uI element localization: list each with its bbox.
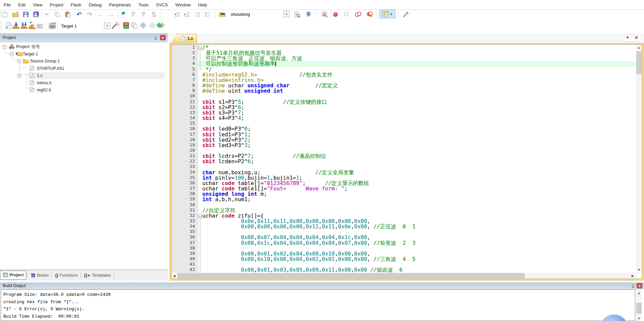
code-line-22: sbit lcden=P2^6; [202,159,416,164]
configuration-icon[interactable] [402,10,410,18]
target-select-combo[interactable]: Target 1 [61,24,77,29]
save-icon[interactable] [22,10,30,18]
output-vscroll-thumb[interactable] [636,303,642,314]
output-vscroll-up-icon[interactable]: ▲ [636,290,642,295]
editor-hscroll-right-icon[interactable]: ▶ [630,273,636,279]
find-text-icon[interactable] [293,10,301,18]
menu-help[interactable]: Help [195,0,211,9]
code-line-42: 0x00,0x01,0x03,0x05,0x09,0x11,0x00,0x00 … [202,267,416,273]
menu-project[interactable]: Project [46,0,67,9]
tree-item-1-c[interactable]: 1.c [37,72,43,79]
code-line-19: sbit led3=P3^3; [202,143,416,148]
menu-peripherals[interactable]: Peripherals [105,0,135,9]
bookmark-prev-icon[interactable] [129,10,138,18]
editor-code-area[interactable]: /* 基于51单片机的低频信号发生器 可以产生三角波、正弦波、锯齿波、方波 可以… [198,45,636,273]
menu-debug[interactable]: Debug [85,0,105,9]
pin-icon[interactable]: ⊥ [153,35,158,40]
panel-tab-books[interactable]: Books [28,271,51,280]
expander-project-[interactable] [3,45,6,49]
manage-project-items-icon[interactable] [130,21,139,30]
fold-line-1 [200,50,200,69]
build-close-icon[interactable]: x [637,283,642,288]
code-line-40: 0x00,0x10,0x08,0x04,0x02,0x01,0x00,0x00,… [202,257,416,262]
insert-breakpoint-icon[interactable] [331,10,339,18]
search-combo[interactable]: shoudong [231,12,250,17]
code-line-9: #define uint unsigned int [202,88,416,94]
tree-item-target-1[interactable]: Target 1 [23,50,38,57]
indent-icon[interactable] [183,10,191,18]
enable-disable-breakpoint-icon[interactable] [342,10,350,18]
menu-tools[interactable]: Tools [135,0,152,9]
load-flash-icon[interactable]: LOAD [48,21,57,30]
save-all-icon[interactable] [32,10,40,18]
stop-build-icon[interactable] [35,21,44,30]
kill-all-breakpoints-icon[interactable] [366,10,374,18]
analysis-windows-button[interactable]: ▼ [379,10,395,18]
search-combo-dropdown-icon[interactable]: ▾ [283,11,290,17]
start-stop-debug-icon[interactable]: d [321,10,329,18]
editor-hscroll-left-icon[interactable]: ◀ [171,273,177,279]
project-panel-header: Project ⊥ x [0,33,168,42]
editor-hscroll-thumb[interactable] [177,273,525,278]
expander-source-group-1[interactable] [17,59,21,63]
panel-tab-functions[interactable]: {}Functions [53,271,80,280]
editor-tab-bar [168,33,644,43]
cut-icon[interactable]: ✂ [43,10,51,18]
file-icon [30,87,36,93]
multi-project-icon[interactable] [148,21,157,30]
menu-view[interactable]: View [29,0,46,9]
copy-icon[interactable] [53,10,61,18]
rebuild-all-icon[interactable] [19,21,29,30]
navigate-back-icon[interactable]: ← [97,10,105,18]
fold-box-line1[interactable] [198,46,202,50]
navigate-forward-icon[interactable]: → [107,10,115,18]
target-combo-dropdown-icon[interactable]: ▾ [104,22,110,29]
comment-block-icon[interactable] [193,10,201,18]
code-line-14: sbit s4=P3^4; [202,116,416,121]
menu-svcs[interactable]: SVCS [152,0,171,9]
menu-flash[interactable]: Flash [67,0,85,9]
new-file-icon[interactable] [1,10,9,18]
tree-item-intrins-h[interactable]: intrins.h [37,79,52,86]
options-for-target-icon[interactable] [110,21,119,30]
editor-vscroll-down-icon[interactable]: ▼ [636,267,642,273]
editor-vscroll-thumb[interactable] [636,51,642,74]
close-icon[interactable]: x [160,35,166,40]
manage-rte-icon[interactable] [121,21,130,30]
redo-icon[interactable]: ↷ [86,10,94,18]
tree-item-source-group-1[interactable]: Source Group 1 [30,58,60,65]
bookmark-toggle-icon[interactable] [119,10,127,18]
menu-edit[interactable]: Edit [14,0,29,9]
expander-target-1[interactable] [10,52,14,56]
open-folder-icon[interactable] [11,10,19,18]
editor-vscrollbar[interactable] [636,45,642,273]
editor-vscroll-up-icon[interactable]: ▲ [636,45,642,50]
bookmark-next-icon[interactable] [140,10,148,18]
find-in-files-icon[interactable] [218,10,226,18]
file-extensions-icon[interactable] [139,21,148,30]
tree-item-reg52-h[interactable]: reg52.h [37,86,51,93]
undo-icon[interactable]: ↶ [75,10,83,18]
uncomment-block-icon[interactable] [203,10,211,18]
disable-all-breakpoints-icon[interactable] [354,10,362,18]
tab-close-icon[interactable]: ✕ [633,35,639,41]
menu-file[interactable]: File [0,0,14,9]
panel-tab-project[interactable]: Project [0,271,26,280]
output-vscroll-down-icon[interactable]: ▼ [636,316,642,321]
tree-item-project-[interactable]: Project: 信号 [16,43,40,50]
tab-list-dropdown-icon[interactable]: ▼ [625,36,631,41]
outdent-icon[interactable] [173,10,181,18]
incremental-find-icon[interactable] [305,10,313,18]
paste-icon[interactable] [64,10,72,18]
build-pin-icon[interactable]: ⊥ [631,283,635,288]
tree-item-startup-a51[interactable]: STARTUP.A51 [37,65,64,72]
fold-box-line32[interactable] [198,215,202,218]
build-output-text: Program Size: data=36.0 xdata=0 code=243… [1,289,635,321]
bookmark-clear-icon[interactable] [150,10,158,18]
project-targets-icon[interactable] [156,21,165,30]
build-icon[interactable] [11,21,20,30]
panel-tab-templates[interactable]: {}➤Templates [82,271,113,280]
file-icon [30,80,36,86]
menu-window[interactable]: Window [171,0,194,9]
menu-bar: FileEditViewProjectFlashDebugPeripherals… [0,0,644,9]
